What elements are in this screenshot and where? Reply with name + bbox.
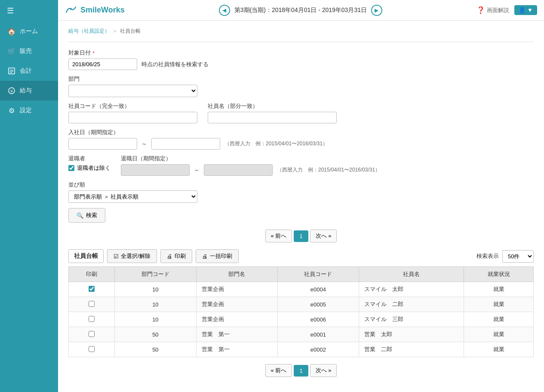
row-checkbox-4[interactable]: [89, 346, 95, 352]
help-button[interactable]: ❓ 画面解説: [476, 6, 509, 14]
dept-select[interactable]: [68, 85, 197, 97]
row-checkbox-1[interactable]: [89, 301, 95, 307]
print-button[interactable]: 🖨 印刷: [160, 249, 192, 263]
payroll-icon: ¥: [7, 86, 16, 95]
breadcrumb: 給与（社員設定） ＞ 社員台帳: [68, 28, 534, 35]
page1-button-top[interactable]: 1: [294, 230, 308, 242]
search-form: 対象日付 * 時点の社員情報を検索する 部門 社員コード（完全一致）: [68, 49, 534, 223]
hire-date-row: ～ （西暦入力 例：2015/04/01〜2016/03/31）: [68, 138, 534, 150]
hamburger-menu[interactable]: ☰: [0, 0, 58, 21]
hire-date-label: 入社日（期間指定）: [68, 129, 534, 136]
cell-status-4: 就業: [464, 342, 534, 357]
prev-page-button-top[interactable]: « 前へ: [265, 230, 292, 242]
retire-date-from: [121, 164, 190, 176]
table-toolbar: 社員台帳 ☑ 全選択/解除 🖨 印刷 🖨 一括印刷 検索表示 10件: [68, 249, 534, 263]
batch-print-label: 一括印刷: [210, 252, 232, 260]
next-page-button-bottom[interactable]: 次へ »: [310, 364, 337, 377]
hire-date-to[interactable]: [151, 138, 220, 150]
select-all-button[interactable]: ☑ 全選択/解除: [107, 249, 157, 263]
table-header: 印刷 部門コード 部門名 社員コード 社員名 就業状況: [69, 267, 534, 282]
date-input[interactable]: [68, 58, 137, 70]
user-menu-button[interactable]: 👤 ▼: [514, 5, 537, 15]
sidebar-item-accounting[interactable]: 会計: [0, 61, 58, 81]
retire-checkbox[interactable]: [68, 165, 74, 171]
cell-dept_code-2: 10: [115, 312, 196, 327]
next-page-button-top[interactable]: 次へ »: [310, 230, 337, 242]
cell-dept_code-0: 10: [115, 282, 196, 297]
select-icon: ☑: [114, 253, 119, 260]
row-checkbox-0[interactable]: [89, 286, 95, 292]
cell-emp_name-2: スマイル 三郎: [359, 312, 464, 327]
cell-status-0: 就業: [464, 282, 534, 297]
cell-emp_code-2: e0006: [277, 312, 359, 327]
col-emp-code: 社員コード: [277, 267, 359, 282]
retire-group: 退職者 退職者は除く: [68, 155, 111, 172]
cell-dept_name-0: 営業企画: [196, 282, 277, 297]
employee-table: 印刷 部門コード 部門名 社員コード 社員名 就業状況 10営業企画e0004ス…: [68, 266, 534, 357]
table-row: 10営業企画e0005スマイル 二郎就業: [69, 297, 534, 312]
table-title: 社員台帳: [68, 249, 104, 263]
sort-label: 並び順: [68, 181, 534, 189]
col-dept-name: 部門名: [196, 267, 277, 282]
sidebar: ☰ 🏠 ホーム 🛒 販売 会計 ¥ 給与 ⚙ 設定: [0, 0, 58, 392]
retire-row: 退職者 退職者は除く 退職日（期間指定） ～ （西暦入: [68, 155, 534, 176]
retire-date-label: 退職日（期間指定）: [121, 155, 380, 162]
hire-date-from[interactable]: [68, 138, 137, 150]
count-select[interactable]: 10件 25件 50件 100件: [502, 250, 534, 263]
select-all-label: 全選択/解除: [121, 252, 151, 260]
emp-name-input[interactable]: [208, 112, 337, 123]
retire-label: 退職者: [68, 155, 111, 162]
breadcrumb-parent[interactable]: 給与（社員設定）: [68, 28, 110, 35]
retire-checkbox-label: 退職者は除く: [77, 164, 111, 172]
user-icon: 👤: [519, 7, 526, 13]
retire-date-hint: （西暦入力 例：2015/04/01〜2016/03/31）: [277, 166, 380, 174]
required-mark: *: [92, 50, 95, 56]
pagination-top: « 前へ 1 次へ »: [68, 230, 534, 242]
logo-area: SmileWorks: [65, 6, 125, 15]
batch-print-button[interactable]: 🖨 一括印刷: [196, 249, 239, 263]
period-navigation: ◀ 第3期(当期)：2018年04月01日 - 2019年03月31日 ▶: [219, 5, 382, 16]
date-row: 時点の社員情報を検索する: [68, 58, 534, 70]
sidebar-label-payroll: 給与: [20, 87, 32, 95]
sidebar-item-sales[interactable]: 🛒 販売: [0, 41, 58, 61]
cell-emp_name-4: 営業 二郎: [359, 342, 464, 357]
search-button[interactable]: 🔍 検索: [68, 208, 105, 223]
sidebar-label-sales: 販売: [20, 47, 32, 55]
logo-icon: [65, 6, 77, 15]
sidebar-label-settings: 設定: [20, 107, 32, 114]
cell-emp_name-3: 営業 太郎: [359, 327, 464, 342]
cell-status-3: 就業: [464, 327, 534, 342]
sidebar-item-settings[interactable]: ⚙ 設定: [0, 101, 58, 120]
print-icon: 🖨: [167, 253, 172, 260]
display-label: 検索表示: [476, 252, 499, 260]
period-next-button[interactable]: ▶: [371, 5, 382, 16]
cell-emp_code-3: e0001: [277, 327, 359, 342]
gear-icon: ⚙: [7, 106, 16, 115]
page-content: 給与（社員設定） ＞ 社員台帳 対象日付 * 時点の社員情報を検索する 部門: [58, 21, 544, 392]
home-icon: 🏠: [7, 27, 16, 36]
period-prev-button[interactable]: ◀: [219, 5, 230, 16]
svg-point-6: [70, 8, 72, 10]
top-header: SmileWorks ◀ 第3期(当期)：2018年04月01日 - 2019年…: [58, 0, 544, 21]
row-checkbox-2[interactable]: [89, 316, 95, 322]
cell-dept_name-1: 営業企画: [196, 297, 277, 312]
row-checkbox-3[interactable]: [89, 331, 95, 337]
search-button-label: 検索: [86, 211, 97, 219]
toolbar-left: 社員台帳 ☑ 全選択/解除 🖨 印刷 🖨 一括印刷: [68, 249, 239, 263]
cell-emp_code-4: e0002: [277, 342, 359, 357]
cell-status-1: 就業: [464, 297, 534, 312]
sort-row: 部門表示順 ＞ 社員表示順 社員コード順 社員名順: [68, 190, 534, 203]
prev-page-button-bottom[interactable]: « 前へ: [265, 364, 292, 377]
sidebar-item-payroll[interactable]: ¥ 給与: [0, 81, 58, 101]
sidebar-item-home[interactable]: 🏠 ホーム: [0, 21, 58, 41]
retire-date-group: 退職日（期間指定） ～ （西暦入力 例：2015/04/01〜2016/03/3…: [121, 155, 380, 176]
cell-emp_code-1: e0005: [277, 297, 359, 312]
cell-dept_code-4: 50: [115, 342, 196, 357]
retire-date-to: [204, 164, 273, 176]
page1-button-bottom[interactable]: 1: [294, 365, 308, 377]
cell-dept_name-3: 営業 第一: [196, 327, 277, 342]
sort-select[interactable]: 部門表示順 ＞ 社員表示順 社員コード順 社員名順: [68, 190, 197, 203]
batch-print-icon: 🖨: [202, 253, 208, 260]
emp-code-input[interactable]: [68, 112, 197, 123]
emp-search-row: 社員コード（完全一致） 社員名（部分一致）: [68, 102, 534, 123]
